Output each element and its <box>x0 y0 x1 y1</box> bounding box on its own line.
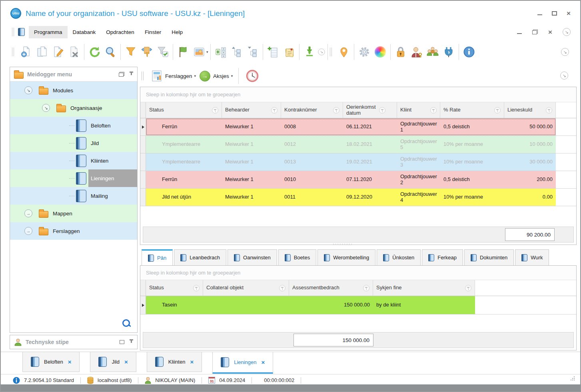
cell-rate[interactable]: 10% per moanne <box>440 153 504 171</box>
collapse-nodes-up-button[interactable] <box>229 44 245 60</box>
actions-dropdown-button[interactable]: Aksjes <box>200 71 233 82</box>
tree-item-modules[interactable]: Modules <box>10 82 137 99</box>
support-panel[interactable]: Technyske stipe <box>10 335 138 349</box>
tab-werombetelling[interactable]: Werombetelling <box>317 249 375 265</box>
filter-icon[interactable] <box>465 285 471 291</box>
cell-kliint[interactable]: Opdrachtjouwer 1 <box>397 118 440 135</box>
tab-boetes[interactable]: Boetes <box>278 249 316 265</box>
cell-sykjen-fine[interactable]: by de kliint <box>373 296 475 314</box>
menu-finster[interactable]: Finster <box>140 26 166 38</box>
edit-document-button[interactable] <box>50 44 66 60</box>
filter-icon[interactable] <box>494 107 501 113</box>
copy-document-button[interactable] <box>34 44 50 60</box>
cell-kliint[interactable]: Opdrachtjouwer 3 <box>397 153 440 171</box>
cell-lieneskuld[interactable]: 10 000.00 <box>504 136 556 153</box>
table-row[interactable]: Ymplementearre Meiwurker 1 0012 18.02.20… <box>140 136 576 153</box>
search-button[interactable] <box>102 44 118 60</box>
maximize-icon[interactable] <box>552 11 557 16</box>
new-document-button[interactable] <box>18 44 34 60</box>
toolbar-grip[interactable] <box>12 48 14 56</box>
mdi-more-icon[interactable] <box>563 28 571 36</box>
close-icon[interactable] <box>567 11 571 16</box>
reports-dropdown-button[interactable]: Ferslaggen <box>151 70 196 82</box>
cell-behearder[interactable]: Meiwurker 1 <box>222 189 281 206</box>
cell-rate[interactable]: 0,5 deistich <box>440 171 504 188</box>
filter-icon[interactable] <box>279 285 286 291</box>
column-header-oerienkomst-datum[interactable]: Oerienkomst datum <box>343 102 397 118</box>
doc-tab-jild[interactable]: Jild <box>90 352 136 372</box>
table-row[interactable]: Ferrûn Meiwurker 1 0008 06.11.2021 Opdra… <box>140 118 576 136</box>
cell-datum[interactable]: 09.12.2020 <box>343 189 397 206</box>
float-panel-icon[interactable] <box>119 72 124 77</box>
column-header-collateral-objekt[interactable]: Collateral objekt <box>203 280 289 296</box>
user-groups-button[interactable] <box>425 44 441 60</box>
cell-kliint[interactable]: Opdrachtjouwer 4 <box>397 189 440 206</box>
tab-oanwinsten[interactable]: Oanwinsten <box>228 249 277 265</box>
tab-leanbedrach[interactable]: Leanbedrach <box>174 249 226 265</box>
cell-rate[interactable]: 0,5 deistich <box>440 118 504 135</box>
expand-node-icon[interactable] <box>24 209 32 217</box>
close-tab-icon[interactable] <box>124 359 128 365</box>
cell-kliint[interactable]: Opdrachtjouwer 5 <box>397 136 440 153</box>
user-rights-button[interactable] <box>409 44 425 60</box>
cell-kontraknumer[interactable]: 0008 <box>281 118 343 135</box>
cell-kontraknumer[interactable]: 0012 <box>281 136 343 153</box>
expand-node-icon[interactable] <box>24 227 32 235</box>
tree-item-organisaasje[interactable]: Organisaasje <box>10 99 137 117</box>
pin-icon[interactable] <box>130 339 133 345</box>
mdi-restore-icon[interactable] <box>532 30 538 34</box>
document-menu-icon[interactable] <box>18 28 25 36</box>
filter-icon[interactable] <box>193 285 200 291</box>
collapse-node-icon[interactable] <box>42 104 50 112</box>
splitter-handle[interactable] <box>333 241 353 246</box>
filter-columns-button[interactable] <box>139 44 155 60</box>
tab-unkosten[interactable]: Ûnkosten <box>377 249 421 265</box>
toolbar-more-icon[interactable] <box>318 49 325 56</box>
cell-status[interactable]: Tasein <box>146 296 203 314</box>
cell-kliint[interactable]: Opdrachtjouwer 2 <box>397 171 440 188</box>
collapse-node-icon[interactable] <box>24 86 32 94</box>
refresh-button[interactable] <box>86 44 102 60</box>
mdi-minimize-icon[interactable] <box>517 30 522 34</box>
menu-opdrachten[interactable]: Opdrachten <box>101 26 140 38</box>
group-by-drop-zone[interactable]: Sleep in kolomkop hjir om te groepearjen <box>140 266 576 280</box>
cell-lieneskuld[interactable]: 50 000.00 <box>504 118 556 135</box>
column-header-assessmentbedrach[interactable]: Assessmentbedrach <box>289 280 373 296</box>
tab-pan[interactable]: Pân <box>142 249 173 265</box>
toolbar-grip[interactable] <box>12 28 14 36</box>
cell-behearder[interactable]: Meiwurker 1 <box>222 153 281 171</box>
cell-lieneskuld[interactable]: 30 000.00 <box>504 153 556 171</box>
tree-item-beloften[interactable]: Beloften <box>10 117 137 134</box>
tab-wurk[interactable]: Wurk <box>515 249 549 265</box>
info-button[interactable] <box>461 44 477 60</box>
column-header-lieneskuld[interactable]: Lieneskuld <box>504 102 556 118</box>
cell-behearder[interactable]: Meiwurker 1 <box>222 136 281 153</box>
settings-gear-button[interactable] <box>356 44 372 60</box>
cell-behearder[interactable]: Meiwurker 1 <box>222 118 281 135</box>
column-header-behearder[interactable]: Behearder <box>222 102 281 118</box>
tree-item-mappen[interactable]: Mappen <box>10 205 137 222</box>
cell-kontraknumer[interactable]: 0010 <box>281 171 343 188</box>
cell-rate[interactable]: 10% per moanne <box>440 136 504 153</box>
filter-icon[interactable] <box>212 107 218 113</box>
menu-databank[interactable]: Databank <box>68 26 101 38</box>
menu-help[interactable]: Help <box>166 26 188 38</box>
notes-button[interactable] <box>281 44 297 60</box>
cell-behearder[interactable]: Meiwurker 1 <box>222 171 281 188</box>
column-header-rate[interactable]: % Rate <box>440 102 504 118</box>
cell-kontraknumer[interactable]: 0011 <box>281 189 343 206</box>
filter-icon[interactable] <box>363 285 369 291</box>
filter-icon[interactable] <box>379 107 385 113</box>
search-icon[interactable] <box>122 319 132 328</box>
table-row[interactable]: Ferrûn Meiwurker 1 0010 07.11.2020 Opdra… <box>140 171 576 189</box>
tree-item-jild[interactable]: Jild <box>10 134 137 152</box>
cell-assessmentbedrach[interactable]: 150 000.00 <box>289 296 373 314</box>
table-row[interactable]: Jild net útjûn Meiwurker 1 0011 09.12.20… <box>140 189 576 206</box>
tree-item-kliinten[interactable]: Kliinten <box>10 152 137 169</box>
tree-item-mailing[interactable]: Mailing <box>10 187 137 205</box>
cell-rate[interactable]: 10% per moanne <box>440 189 504 206</box>
cell-datum[interactable]: 18.02.2021 <box>343 136 397 153</box>
filter-apply-button[interactable] <box>155 44 171 60</box>
column-header-kliint[interactable]: Kliint <box>397 102 440 118</box>
tab-ferkeap[interactable]: Ferkeap <box>422 249 463 265</box>
